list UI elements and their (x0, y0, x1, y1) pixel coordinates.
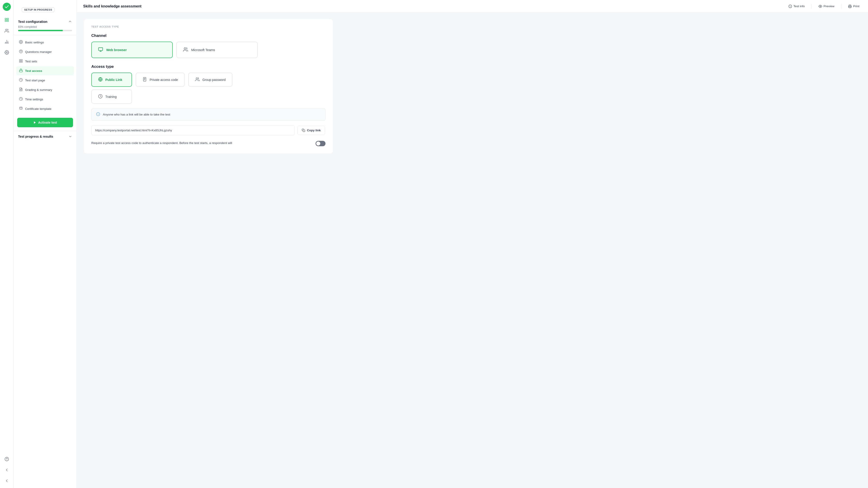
section-label: TEST ACCESS TYPE (91, 25, 326, 28)
grading-icon (19, 88, 23, 92)
test-access-label: Test access (25, 69, 42, 72)
svg-marker-24 (34, 121, 36, 124)
channel-web-browser[interactable]: Web browser (91, 41, 173, 58)
svg-rect-29 (849, 6, 851, 8)
content-area: TEST ACCESS TYPE Channel Web browser Mic… (77, 13, 868, 488)
info-icon (788, 4, 792, 8)
globe-icon (98, 77, 103, 82)
test-info-button[interactable]: Test info (786, 3, 807, 9)
progress-bar-fill (18, 30, 63, 31)
icon-bar-bottom (2, 455, 11, 485)
settings-icon (19, 40, 23, 44)
nav-help-icon[interactable] (2, 455, 11, 464)
toggle-row: Require a private test access code to au… (91, 140, 326, 147)
copy-link-button[interactable]: Copy link (298, 126, 325, 135)
sidebar-item-questions-manager[interactable]: Questions manager (16, 47, 74, 56)
sidebar-item-certificate[interactable]: Certificate template (16, 104, 74, 113)
preview-button[interactable]: Preview (816, 3, 837, 9)
nav-collapse-icon[interactable] (2, 476, 11, 485)
certificate-label: Certificate template (25, 107, 51, 111)
sidebar-item-time-settings[interactable]: Time settings (16, 95, 74, 104)
header-divider-2 (841, 4, 841, 8)
play-icon (33, 121, 36, 124)
section-label-area: TEST ACCESS TYPE (91, 25, 326, 28)
print-button[interactable]: Print (846, 3, 862, 9)
teams-label: Microsoft Teams (191, 48, 215, 52)
sidebar-item-test-access[interactable]: Test access (16, 66, 74, 75)
print-icon (848, 4, 852, 8)
sidebar-config-header: Test configuration 83% completed (13, 15, 76, 35)
chevron-up-icon (68, 20, 72, 24)
copy-icon (302, 129, 305, 132)
start-icon (19, 78, 23, 83)
svg-rect-0 (5, 18, 6, 20)
questions-icon (19, 50, 23, 54)
svg-rect-14 (20, 59, 21, 61)
access-training[interactable]: Training (91, 90, 132, 104)
sidebar-nav: Basic settings Questions manager Test se… (13, 35, 76, 116)
app-title: Skills and knowledge assessment (83, 4, 142, 8)
svg-rect-16 (20, 61, 21, 62)
setup-badge: SETUP IN PROGRESS (22, 7, 55, 12)
preview-icon (818, 4, 822, 8)
svg-point-12 (20, 41, 21, 42)
toggle-description: Require a private test access code to au… (91, 141, 232, 145)
public-link-input[interactable] (91, 125, 295, 135)
top-header: Skills and knowledge assessment Test inf… (77, 0, 868, 13)
toggle-switch[interactable] (315, 141, 326, 146)
sidebar-item-grading[interactable]: Grading & summary (16, 85, 74, 94)
sidebar-config-title: Test configuration (18, 20, 72, 24)
channel-microsoft-teams[interactable]: Microsoft Teams (176, 41, 258, 58)
svg-point-4 (5, 29, 7, 31)
header-divider-1 (811, 4, 812, 8)
sidebar-item-test-sets[interactable]: Test sets (16, 57, 74, 66)
lock-icon (19, 68, 23, 73)
main-area: Skills and knowledge assessment Test inf… (77, 0, 868, 488)
web-browser-label: Web browser (106, 48, 127, 52)
svg-rect-17 (21, 61, 22, 62)
svg-rect-30 (98, 48, 103, 51)
svg-rect-18 (20, 70, 22, 72)
training-label: Training (105, 95, 117, 98)
access-cards-row-2: Training (91, 90, 326, 104)
certificate-icon (19, 106, 23, 111)
group-icon (195, 77, 199, 82)
content-card: TEST ACCESS TYPE Channel Web browser Mic… (84, 19, 333, 153)
basic-settings-label: Basic settings (25, 41, 44, 44)
access-public-link[interactable]: Public Link (91, 72, 132, 87)
sidebar-item-basic-settings[interactable]: Basic settings (16, 38, 74, 47)
progress-section-title[interactable]: Test progress & results (18, 135, 72, 138)
activate-test-button[interactable]: Activate test (17, 118, 73, 127)
sets-icon (19, 59, 23, 63)
access-group-password[interactable]: Group password (188, 72, 232, 87)
nav-chart-icon[interactable] (2, 37, 11, 46)
teams-icon (183, 47, 188, 53)
questions-manager-label: Questions manager (25, 50, 52, 54)
chevron-down-icon (68, 135, 72, 138)
nav-back-icon[interactable] (2, 465, 11, 475)
access-private-code[interactable]: Private access code (135, 72, 185, 87)
icon-bar (0, 0, 13, 488)
nav-people-icon[interactable] (2, 26, 11, 35)
sidebar-item-test-start-page[interactable]: Test start page (16, 76, 74, 85)
code-icon (143, 77, 147, 82)
progress-bar-bg (18, 30, 72, 31)
svg-rect-2 (5, 20, 6, 22)
sidebar-progress-section: Test progress & results (13, 131, 76, 142)
channel-section-title: Channel (91, 33, 326, 38)
svg-point-40 (196, 78, 197, 79)
svg-point-28 (820, 6, 821, 7)
app-logo[interactable] (3, 3, 11, 11)
test-start-page-label: Test start page (25, 79, 45, 82)
training-icon (98, 94, 103, 99)
nav-grid-icon[interactable] (2, 16, 11, 24)
access-section-title: Access type (91, 64, 326, 69)
nav-gear-icon[interactable] (2, 48, 11, 57)
web-browser-icon (98, 47, 103, 53)
info-box: Anyone who has a link will be able to ta… (91, 108, 326, 121)
test-sets-label: Test sets (25, 60, 37, 63)
copy-link-label: Copy link (307, 129, 321, 132)
header-actions: Test info Preview Print (786, 3, 862, 9)
svg-rect-1 (7, 18, 8, 20)
svg-rect-45 (303, 130, 305, 132)
